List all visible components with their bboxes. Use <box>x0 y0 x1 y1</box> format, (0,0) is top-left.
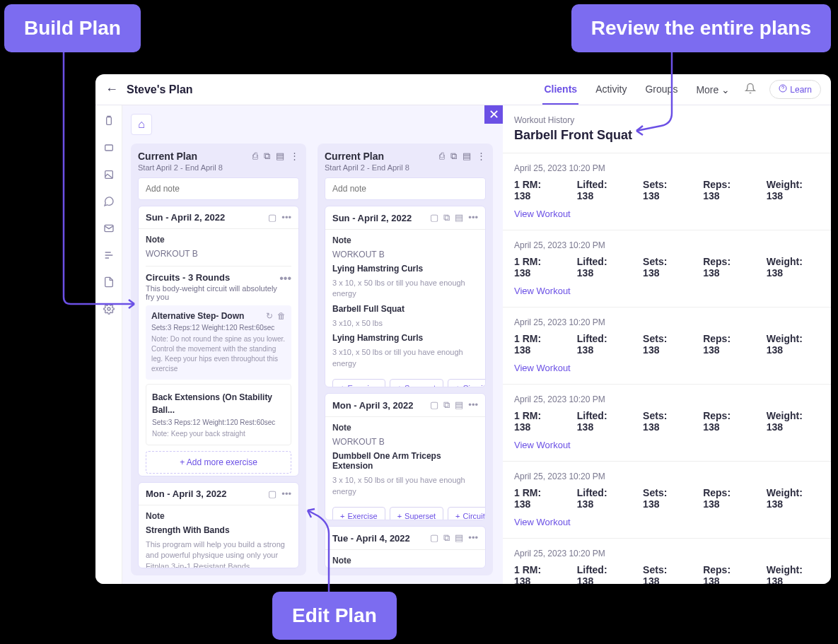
exercise-button[interactable]: +Exercise <box>332 379 385 387</box>
exercise-detail: 3 x 10, x 50 lbs or till you have enough… <box>332 278 478 300</box>
learn-button[interactable]: Learn <box>769 80 821 99</box>
metric-lifted: Lifted: 138 <box>577 564 624 584</box>
siderail <box>95 105 122 584</box>
mail-icon[interactable] <box>102 221 116 235</box>
back-button[interactable]: ← <box>105 82 118 97</box>
metric-lifted: Lifted: 138 <box>577 333 624 356</box>
image-icon[interactable]: ▢ <box>268 488 277 499</box>
notifications-button[interactable] <box>740 79 761 100</box>
history-time: April 25, 2023 10:20 PM <box>514 317 820 327</box>
view-workout-link[interactable]: View Workout <box>514 363 571 373</box>
exercise-name: Alternative Step- Down <box>151 311 244 321</box>
workout-name: WORKOUT B <box>332 250 478 259</box>
metric-1rm: 1 RM: 138 <box>514 179 559 201</box>
tab-groups[interactable]: Groups <box>644 75 679 105</box>
view-workout-link[interactable]: View Workout <box>514 517 571 527</box>
metric-sets: Sets: 138 <box>643 256 685 279</box>
day-card: Mon - April 3, 2022 ▢ ⧉ ▤ ••• Note WORKO… <box>325 393 486 520</box>
note-label: Note <box>332 423 478 433</box>
note-label: Note <box>332 556 478 566</box>
column-title: Current Plan <box>138 151 223 162</box>
close-button[interactable]: ✕ <box>484 105 503 124</box>
copy-icon[interactable]: ⧉ <box>443 532 450 544</box>
add-note-input[interactable] <box>325 177 486 200</box>
more-icon[interactable]: ••• <box>468 212 478 223</box>
print-icon[interactable]: ⎙ <box>252 151 258 162</box>
image-icon[interactable]: ▢ <box>430 532 438 544</box>
day-card: Sun - April 2, 2022 ▢ ⧉ ▤ ••• Note WORKO… <box>325 206 486 387</box>
exercise-card[interactable]: Alternative Step- Down ↻ 🗑 Sets:3 Reps:1… <box>146 305 291 380</box>
file-icon[interactable] <box>102 275 116 289</box>
card-icon[interactable] <box>102 141 116 155</box>
workout-name: WORKOUT B <box>332 437 478 447</box>
tab-clients[interactable]: Clients <box>542 75 578 105</box>
metric-sets: Sets: 138 <box>643 564 685 584</box>
list-icon[interactable] <box>102 248 116 262</box>
more-icon[interactable]: ••• <box>468 532 478 544</box>
history-row: April 25, 2023 10:20 PM1 RM: 138Lifted: … <box>503 384 831 461</box>
history-time: April 25, 2023 10:20 PM <box>514 163 820 173</box>
history-row: April 25, 2023 10:20 PM1 RM: 138Lifted: … <box>503 538 831 584</box>
svg-rect-1 <box>106 117 111 125</box>
image-icon[interactable]: ▢ <box>430 399 438 411</box>
clipboard-icon[interactable]: ▤ <box>455 212 463 223</box>
chat-icon[interactable] <box>102 194 116 209</box>
more-icon[interactable]: ••• <box>468 399 478 411</box>
metric-reps: Reps: 138 <box>703 333 748 356</box>
print-icon[interactable]: ⎙ <box>439 151 445 162</box>
superset-button[interactable]: +Superset <box>390 379 443 387</box>
more-icon[interactable]: ••• <box>279 272 291 285</box>
clipboard-icon[interactable]: ▤ <box>455 399 463 411</box>
clipboard-icon[interactable]: ▤ <box>462 151 471 162</box>
exercise-stats: Sets:3 Reps:12 Weight:120 Rest:60sec <box>151 324 286 332</box>
history-row: April 25, 2023 10:20 PM1 RM: 138Lifted: … <box>503 230 831 307</box>
clipboard-icon[interactable] <box>102 114 116 128</box>
image-icon[interactable]: ▢ <box>268 212 277 223</box>
plus-icon: + <box>455 384 460 387</box>
copy-icon[interactable]: ⧉ <box>264 151 270 162</box>
view-workout-link[interactable]: View Workout <box>514 209 571 219</box>
add-note-input[interactable] <box>138 177 299 200</box>
day-card: Mon - April 3, 2022 ▢ ••• Note Strength … <box>138 482 299 568</box>
tab-activity[interactable]: Activity <box>594 75 628 105</box>
clipboard-icon[interactable]: ▤ <box>455 532 463 544</box>
settings-icon[interactable] <box>102 302 116 316</box>
copy-icon[interactable]: ⧉ <box>450 151 457 162</box>
view-workout-link[interactable]: View Workout <box>514 440 571 450</box>
svg-rect-2 <box>105 145 112 151</box>
more-icon[interactable]: ••• <box>281 212 291 223</box>
column-subtitle: Start April 2 - End April 8 <box>325 163 409 172</box>
circuit-button[interactable]: +Circuit <box>448 507 486 520</box>
view-workout-link[interactable]: View Workout <box>514 286 571 296</box>
program-desc: This program will help you build a stron… <box>146 539 291 568</box>
chevron-down-icon: ⌄ <box>721 84 730 95</box>
circuit-button[interactable]: +Circuit <box>448 379 486 387</box>
image-icon[interactable] <box>102 168 116 182</box>
delete-icon[interactable]: 🗑 <box>277 311 286 321</box>
metric-sets: Sets: 138 <box>643 333 685 356</box>
tab-more[interactable]: More ⌄ <box>694 75 731 105</box>
image-icon[interactable]: ▢ <box>430 212 438 223</box>
plan-title: Steve's Plan <box>127 83 193 96</box>
view-toggle[interactable]: ⌂ <box>131 114 152 135</box>
metric-weight: Weight: 138 <box>767 333 820 356</box>
clipboard-icon[interactable]: ▤ <box>276 151 284 162</box>
history-row: April 25, 2023 10:20 PM1 RM: 138Lifted: … <box>503 461 831 538</box>
more-icon[interactable]: ⋮ <box>477 151 486 162</box>
add-exercise-button[interactable]: + Add more exercise <box>146 451 291 474</box>
history-icon[interactable]: ↻ <box>266 311 273 321</box>
copy-icon[interactable]: ⧉ <box>443 212 450 223</box>
day-date: Mon - April 3, 2022 <box>332 400 413 411</box>
copy-icon[interactable]: ⧉ <box>443 399 450 411</box>
exercise-button[interactable]: +Exercise <box>332 507 385 520</box>
more-icon[interactable]: ••• <box>281 488 291 499</box>
program-title: Strength With Bands <box>146 525 291 535</box>
exercise-card[interactable]: Back Extensions (On Stability Ball... Se… <box>146 384 291 445</box>
history-title: Barbell Front Squat <box>514 128 820 143</box>
metric-lifted: Lifted: 138 <box>577 179 624 201</box>
superset-button[interactable]: +Superset <box>390 507 443 520</box>
help-icon <box>779 84 787 95</box>
more-icon[interactable]: ⋮ <box>290 151 299 162</box>
exercise-name: Dumbbell One Arm Triceps Extension <box>332 451 478 471</box>
metric-weight: Weight: 138 <box>767 564 820 584</box>
